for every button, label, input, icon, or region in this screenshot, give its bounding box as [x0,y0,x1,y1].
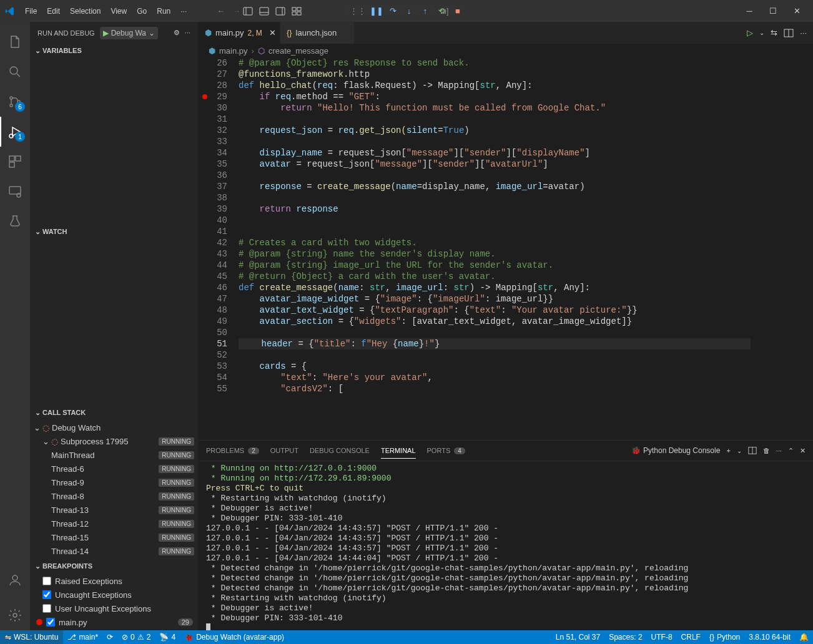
callstack-row[interactable]: Thread-9RUNNING [30,476,198,489]
split-editor-icon[interactable] [784,28,794,38]
debug-badge: 1 [15,132,25,142]
debug-stop-icon[interactable]: ■ [452,6,463,17]
panel-tab-debug-console[interactable]: Debug Console [310,443,370,458]
code-editor[interactable]: # @param {Object} res Response to send b… [239,57,751,440]
eol[interactable]: CRLF [677,633,705,642]
menu-overflow[interactable]: ··· [175,7,192,16]
problems-status[interactable]: ⊘0 ⚠2 [117,630,155,644]
watch-header[interactable]: ⌄WATCH [30,225,198,238]
more-actions-icon[interactable]: ··· [800,28,807,37]
kill-terminal-icon[interactable]: 🗑 [763,447,770,454]
new-terminal-icon[interactable]: + [726,447,730,454]
menu-selection[interactable]: Selection [65,7,106,16]
callstack-row[interactable]: ⌄◌Subprocess 17995RUNNING [30,434,198,448]
debug-step-into-icon[interactable]: ↓ [403,6,415,17]
python-interpreter[interactable]: 3.8.10 64-bit [744,633,795,642]
nav-forward-icon[interactable]: → [232,6,240,16]
callstack-header[interactable]: ⌄CALL STACK [30,406,198,419]
terminal-profile-selector[interactable]: 🐞Python Debug Console [631,446,720,455]
layout-panel-right-icon[interactable] [273,4,288,19]
bp-file-checkbox[interactable] [46,618,55,627]
drag-handle-icon[interactable]: ⋮⋮ [350,6,366,16]
breadcrumb[interactable]: ⬢ main.py › ⬡ create_message [199,44,813,57]
debug-step-over-icon[interactable]: ↷ [387,6,398,17]
panel-tab-terminal[interactable]: Terminal [381,443,416,459]
encoding[interactable]: UTF-8 [647,633,677,642]
breadcrumb-file[interactable]: main.py [219,46,248,56]
menu-go[interactable]: Go [132,7,152,16]
variables-header[interactable]: ⌄VARIABLES [30,44,198,57]
remote-icon: ⇋ [5,633,11,642]
bp-user-uncaught-checkbox[interactable] [42,604,51,613]
testing-icon[interactable] [0,207,30,237]
menu-run[interactable]: Run [152,7,175,16]
gear-icon[interactable]: ⚙ [174,29,180,37]
layout-panel-left-icon[interactable] [240,4,255,19]
breakpoints-header[interactable]: ⌄BREAKPOINTS [30,559,198,573]
menu-view[interactable]: View [106,7,132,16]
diff-icon[interactable]: ⇆ [771,28,777,37]
minimap[interactable] [751,57,813,440]
callstack-row[interactable]: Thread-12RUNNING [30,517,198,530]
git-branch[interactable]: ⎇main* [63,630,102,644]
terminal-dropdown-icon[interactable]: ⌄ [737,447,742,454]
terminal-output[interactable]: * Running on http://127.0.0.1:9000 * Run… [199,461,813,630]
run-debug-icon[interactable]: 1 [0,117,30,147]
more-icon[interactable]: ··· [776,447,782,454]
sync-icon[interactable]: ⟳ [102,630,117,644]
ports-status[interactable]: 📡4 [155,630,180,644]
panel-tab-output[interactable]: Output [270,443,298,458]
source-control-icon[interactable]: 6 [0,87,30,117]
panel-tab-problems[interactable]: Problems2 [206,443,259,458]
callstack-row[interactable]: Thread-14RUNNING [30,544,198,558]
explorer-icon[interactable] [0,27,30,57]
chevron-down-icon[interactable]: ⌄ [759,29,764,36]
run-file-icon[interactable]: ▷ [747,28,753,37]
callstack-row[interactable]: MainThreadRUNNING [30,448,198,462]
indentation[interactable]: Spaces: 2 [604,633,646,642]
menu-file[interactable]: File [20,7,42,16]
notifications-icon[interactable]: 🔔 [795,633,813,642]
remote-indicator[interactable]: ⇋WSL: Ubuntu [0,630,63,644]
debug-step-out-icon[interactable]: ↑ [420,6,431,17]
debug-pause-icon[interactable]: ❚❚ [371,6,382,17]
callstack-row[interactable]: Thread-13RUNNING [30,503,198,517]
debug-toolbar: ⋮⋮ ❚❚ ↷ ↓ ↑ ⟲ ■ [346,4,467,18]
bp-raised-checkbox[interactable] [42,577,51,585]
layout-panel-bottom-icon[interactable] [257,4,272,19]
remote-explorer-icon[interactable] [0,177,30,207]
debug-status[interactable]: 🐞Debug Watch (avatar-app) [180,630,288,644]
window-close-icon[interactable]: ✕ [786,2,808,20]
language-mode[interactable]: {}Python [705,633,744,642]
breadcrumb-symbol[interactable]: create_message [269,46,328,56]
cursor-position[interactable]: Ln 51, Col 37 [551,633,604,642]
bp-raised[interactable]: Raised Exceptions [30,574,198,588]
launch-config-selector[interactable]: ▶ Debug Wa ⌄ [100,27,158,39]
window-maximize-icon[interactable]: ☐ [762,2,784,20]
search-icon[interactable] [0,57,30,87]
panel-tab-ports[interactable]: Ports4 [427,443,465,458]
callstack-row[interactable]: Thread-8RUNNING [30,489,198,503]
bp-user-uncaught[interactable]: User Uncaught Exceptions [30,602,198,615]
tab-main-py[interactable]: ⬢ main.py 2, M ✕ [199,22,280,44]
bp-uncaught-checkbox[interactable] [42,590,51,599]
bp-file[interactable]: main.py29 [30,615,198,629]
extensions-icon[interactable] [0,147,30,177]
callstack-row[interactable]: Thread-15RUNNING [30,530,198,544]
nav-back-icon[interactable]: ← [217,6,225,16]
callstack-row[interactable]: Thread-6RUNNING [30,462,198,476]
layout-customize-icon[interactable] [289,4,304,19]
menu-edit[interactable]: Edit [42,7,65,16]
window-minimize-icon[interactable]: ─ [738,2,761,20]
split-terminal-icon[interactable] [748,446,757,455]
watch-body [30,238,198,406]
maximize-panel-icon[interactable]: ⌃ [788,447,794,455]
more-icon[interactable]: ··· [185,29,190,37]
callstack-row[interactable]: ⌄◌Debug Watch [30,421,198,434]
bp-uncaught[interactable]: Uncaught Exceptions [30,588,198,602]
close-panel-icon[interactable]: ✕ [800,447,806,455]
close-icon[interactable]: ✕ [269,28,276,37]
accounts-icon[interactable] [0,565,30,595]
settings-icon[interactable] [0,600,30,630]
tab-launch-json[interactable]: {} launch.json [280,22,355,44]
